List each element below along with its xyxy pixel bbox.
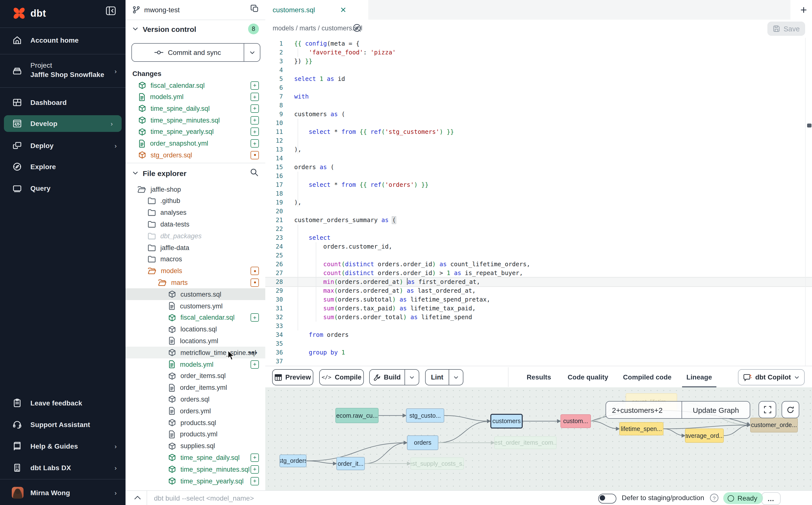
tree-item-customers-sql[interactable]: customers.sql	[126, 288, 265, 300]
close-tab-icon[interactable]	[341, 7, 346, 13]
change-row[interactable]: time_spine_minutes.sql+	[126, 114, 265, 126]
code-line-31[interactable]: 31 sum(orders.tax_paid) as lifetime_tax_…	[265, 304, 812, 313]
code-line-23[interactable]: 23 select	[265, 233, 812, 242]
stage-add-icon[interactable]: +	[251, 81, 259, 90]
code-editor[interactable]: 1{{ config(meta = {2 'favorite_food': 'p…	[265, 38, 812, 366]
lineage-node-custom[interactable]: custom...	[560, 414, 591, 428]
sidebar-item-query[interactable]: Query	[0, 178, 126, 198]
lineage-node-average[interactable]: average_ord...	[685, 429, 724, 443]
tree-item-supplies-sql[interactable]: supplies.sql	[126, 440, 265, 452]
stage-add-icon[interactable]: +	[251, 465, 259, 473]
build-dropdown[interactable]	[404, 370, 419, 385]
code-line-30[interactable]: 30 sum(orders.subtotal) as lifetime_spen…	[265, 295, 812, 304]
sidebar-item-deploy[interactable]: Deploy›	[0, 136, 126, 155]
code-line-3[interactable]: 3}) }}	[265, 57, 812, 66]
change-row[interactable]: fiscal_calendar.sql+	[126, 79, 265, 91]
tree-item-macros[interactable]: macros	[126, 254, 265, 265]
code-line-18[interactable]: 18	[265, 189, 812, 198]
code-line-22[interactable]: 22	[265, 224, 812, 233]
tree-item-products-sql[interactable]: products.sql	[126, 417, 265, 429]
new-tab-button[interactable]: +	[795, 3, 812, 17]
lineage-canvas[interactable]: count_lifetim... ecom.raw_cu...stg_custo…	[265, 387, 812, 490]
tab-results[interactable]: Results	[524, 366, 553, 388]
code-line-6[interactable]: 6	[265, 83, 812, 92]
stage-add-icon[interactable]: +	[251, 105, 259, 113]
tree-item-order-items-sql[interactable]: order_items.sql	[126, 370, 265, 382]
lineage-node-stg_orders[interactable]: stg_orders	[280, 455, 306, 467]
code-line-33[interactable]: 33	[265, 322, 812, 330]
code-line-35[interactable]: 35	[265, 339, 812, 348]
lint-button[interactable]: Lint	[425, 369, 463, 385]
tree-item-jaffle-shop[interactable]: jaffle-shop	[126, 183, 265, 195]
build-button[interactable]: Build	[369, 369, 419, 385]
stage-add-icon[interactable]: +	[251, 116, 259, 124]
code-line-16[interactable]: 16	[265, 172, 812, 180]
tree-item-orders-yml[interactable]: orders.yml	[126, 405, 265, 417]
change-row[interactable]: stg_orders.sql	[126, 149, 265, 161]
code-line-10[interactable]: 10	[265, 119, 812, 128]
lineage-node-cust_orde[interactable]: customer_orde...	[750, 418, 798, 433]
code-line-24[interactable]: 24 orders.customer_id,	[265, 242, 812, 251]
save-button[interactable]: Save	[767, 22, 805, 36]
sidebar-item-account-home[interactable]: Account home	[0, 30, 126, 50]
lineage-node-ecom[interactable]: ecom.raw_cu...	[335, 408, 378, 423]
file-explorer-header[interactable]: File explorer	[132, 167, 186, 179]
lint-dropdown[interactable]	[449, 370, 463, 385]
code-line-25[interactable]: 25	[265, 251, 812, 260]
tree-item-time-spine-daily-sql[interactable]: time_spine_daily.sql+	[126, 452, 265, 464]
row-menu-icon[interactable]: •••	[249, 349, 258, 356]
code-line-8[interactable]: 8	[265, 101, 812, 110]
tree-item-jaffle-data[interactable]: jaffle-data	[126, 242, 265, 254]
tree-item-orders-sql[interactable]: orders.sql	[126, 393, 265, 405]
tree-item-locations-sql[interactable]: locations.sql	[126, 323, 265, 335]
code-line-27[interactable]: 27 count(distinct orders.order_id) > 1 a…	[265, 269, 812, 278]
dbt-copilot-button[interactable]: dbt Copilot	[738, 369, 805, 385]
tree-item-fiscal-calendar-sql[interactable]: fiscal_calendar.sql+	[126, 312, 265, 324]
code-line-11[interactable]: 11 select * from {{ ref('stg_customers')…	[265, 128, 812, 136]
lineage-search-input[interactable]: 2+customers+2	[612, 406, 682, 414]
sidebar-item-develop[interactable]: Develop›	[4, 115, 122, 132]
lineage-node-orders[interactable]: orders	[407, 436, 438, 450]
sidebar-item-dashboard[interactable]: Dashboard	[0, 93, 126, 112]
tree-item-time-spine-minutes-sql[interactable]: time_spine_minutes.sql+	[126, 463, 265, 475]
sidebar-item-project[interactable]: Project Jaffle Shop Snowflake›	[0, 58, 126, 84]
tree-item-products-yml[interactable]: products.yml	[126, 429, 265, 440]
lineage-node-stg_custo[interactable]: stg_custo...	[406, 408, 444, 423]
fullscreen-button[interactable]	[759, 401, 776, 418]
tree-item-dbt-packages[interactable]: dbt_packages	[126, 230, 265, 242]
tree-item-models[interactable]: models	[126, 265, 265, 277]
sidebar-item-leave-feedback[interactable]: Leave feedback	[0, 393, 126, 413]
search-files-icon[interactable]	[250, 168, 259, 178]
lineage-node-order_it[interactable]: order_it...	[336, 457, 365, 470]
change-row[interactable]: models.yml+	[126, 91, 265, 103]
tree-item-marts[interactable]: marts	[126, 277, 265, 289]
code-line-28[interactable]: 28 min(orders.ordered_at) as first_order…	[265, 278, 812, 286]
tab-customers-sql[interactable]: customers.sql	[265, 0, 369, 20]
tree-item-customers-yml[interactable]: customers.yml	[126, 300, 265, 312]
code-line-36[interactable]: 36 group by 1	[265, 348, 812, 357]
code-line-37[interactable]: 37	[265, 357, 812, 366]
tree-item-data-tests[interactable]: data-tests	[126, 218, 265, 230]
tree-item-models-yml[interactable]: models.yml+	[126, 358, 265, 370]
more-options-button[interactable]: …	[762, 492, 781, 505]
lineage-search-bar[interactable]: 2+customers+2 Update Graph	[606, 401, 750, 419]
change-row[interactable]: time_spine_daily.sql+	[126, 103, 265, 115]
stage-add-icon[interactable]: +	[251, 93, 259, 101]
code-line-26[interactable]: 26 count(distinct orders.order_id) as co…	[265, 260, 812, 269]
code-line-21[interactable]: 21customer_orders_summary as (	[265, 216, 812, 224]
update-graph-button[interactable]: Update Graph	[682, 406, 750, 414]
tab-lineage[interactable]: Lineage	[684, 366, 714, 388]
tree-item-analyses[interactable]: analyses	[126, 207, 265, 218]
code-line-12[interactable]: 12	[265, 136, 812, 145]
code-line-32[interactable]: 32 sum(orders.order_total) as lifetime_s…	[265, 313, 812, 322]
explore-compass-icon[interactable]	[352, 23, 361, 32]
tab-compiled-code[interactable]: Compiled code	[622, 366, 672, 388]
stage-add-icon[interactable]: +	[251, 128, 259, 136]
expand-command-bar-icon[interactable]	[132, 493, 142, 503]
stage-add-icon[interactable]: +	[251, 454, 259, 462]
editor-scrollbar-thumb[interactable]	[807, 124, 812, 128]
code-line-7[interactable]: 7with	[265, 92, 812, 101]
stage-add-icon[interactable]: +	[251, 314, 259, 322]
code-line-29[interactable]: 29 max(orders.ordered_at) as last_ordere…	[265, 286, 812, 295]
sidebar-item-explore[interactable]: Explore	[0, 157, 126, 176]
